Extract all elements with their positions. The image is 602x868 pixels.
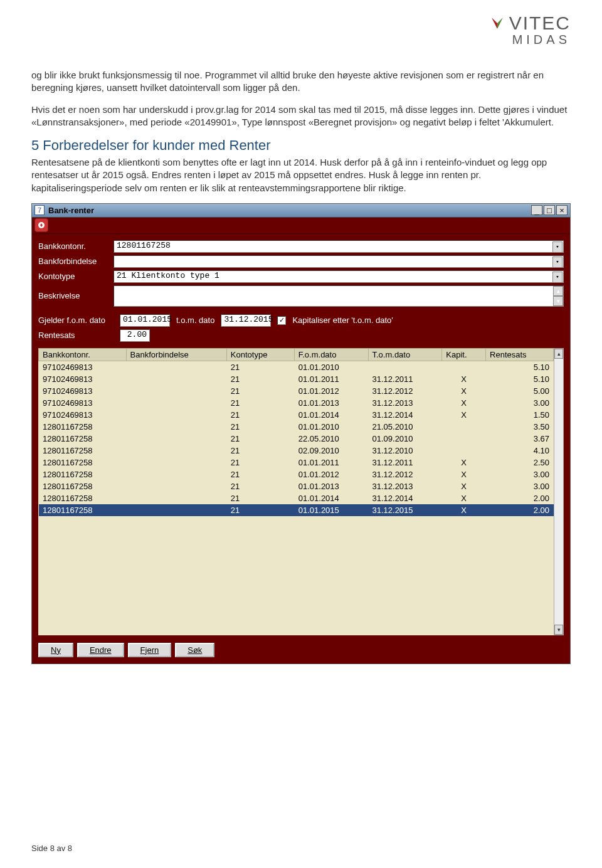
rate-grid[interactable]: Bankkontonr.BankforbindelseKontotypeF.o.… bbox=[38, 348, 554, 516]
label-bankforbindelse: Bankforbindelse bbox=[38, 257, 114, 266]
bankkontonr-select[interactable]: 12801167258 ▾ bbox=[114, 240, 564, 253]
paragraph-3: Rentesatsene på de klientkonti som benyt… bbox=[31, 156, 571, 194]
grid-header[interactable]: F.o.m.dato bbox=[294, 348, 368, 361]
label-tom: t.o.m. dato bbox=[176, 315, 214, 325]
label-fom: Gjelder f.o.m. dato bbox=[38, 315, 114, 325]
grid-header[interactable]: Kapit. bbox=[442, 348, 486, 361]
bank-renter-window: 7 Bank-renter _ □ × Bankkontonr. 1280116… bbox=[31, 203, 571, 664]
ny-button[interactable]: Ny bbox=[38, 643, 73, 657]
grid-header[interactable]: Kontotype bbox=[226, 348, 294, 361]
table-row[interactable]: 971024698132101.01.201231.12.2012X5.00 bbox=[39, 385, 554, 397]
form-area: Bankkontonr. 12801167258 ▾ Bankforbindel… bbox=[32, 234, 570, 348]
fjern-button[interactable]: Fjern bbox=[128, 643, 172, 657]
grid-header[interactable]: Bankforbindelse bbox=[126, 348, 226, 361]
table-row[interactable]: 971024698132101.01.201431.12.2014X1.50 bbox=[39, 409, 554, 421]
table-row[interactable]: 971024698132101.01.201331.12.2013X3.00 bbox=[39, 397, 554, 409]
table-row[interactable]: 128011672582101.01.201231.12.2012X3.00 bbox=[39, 468, 554, 480]
table-row[interactable]: 128011672582101.01.201131.12.2011X2.50 bbox=[39, 457, 554, 468]
chevron-down-icon[interactable]: ▾ bbox=[552, 241, 562, 253]
table-row[interactable]: 128011672582101.01.201021.05.20103.50 bbox=[39, 421, 554, 433]
table-row[interactable]: 128011672582102.09.201031.12.20104.10 bbox=[39, 445, 554, 457]
table-row[interactable]: 128011672582101.01.201331.12.2013X3.00 bbox=[39, 480, 554, 492]
paragraph-1: og blir ikke brukt funksjonsmessig til n… bbox=[31, 69, 571, 95]
scroll-down-icon[interactable]: ▾ bbox=[554, 625, 563, 635]
table-row[interactable]: 128011672582122.05.201001.09.20103.67 bbox=[39, 433, 554, 445]
chevron-down-icon[interactable]: ▾ bbox=[552, 257, 562, 268]
header-logo: VITEC MIDAS bbox=[489, 13, 571, 47]
bankkontonr-value: 12801167258 bbox=[117, 241, 171, 250]
logo-subbrand: MIDAS bbox=[489, 33, 571, 47]
close-button[interactable]: × bbox=[556, 205, 568, 215]
section-heading: 5 Forberedelser for kunder med Renter bbox=[31, 137, 571, 154]
grid-header[interactable]: T.o.m.dato bbox=[368, 348, 442, 361]
grid-wrap: Bankkontonr.BankforbindelseKontotypeF.o.… bbox=[32, 348, 570, 639]
toolbar-strip bbox=[32, 218, 570, 234]
table-row[interactable]: 971024698132101.01.20105.10 bbox=[39, 361, 554, 373]
sok-button[interactable]: Søk bbox=[175, 643, 214, 657]
button-row: Ny Endre Fjern Søk bbox=[32, 639, 570, 664]
window-icon: 7 bbox=[34, 205, 45, 215]
beskrivelse-textarea[interactable]: ▴ ▾ bbox=[114, 285, 564, 307]
table-row[interactable]: 128011672582101.01.201531.12.2015X2.00 bbox=[39, 504, 554, 516]
window-title: Bank-renter bbox=[48, 206, 530, 215]
kontotype-value: 21 Klientkonto type 1 bbox=[117, 271, 219, 280]
tom-date-input[interactable]: 31.12.2015 bbox=[221, 314, 271, 327]
grid-header[interactable]: Bankkontonr. bbox=[39, 348, 127, 361]
label-kapitaliser: Kapitaliser etter 't.o.m. dato' bbox=[292, 315, 393, 325]
endre-button[interactable]: Endre bbox=[77, 643, 124, 657]
label-bankkontonr: Bankkontonr. bbox=[38, 241, 114, 251]
fom-date-input[interactable]: 01.01.2015 bbox=[120, 314, 170, 327]
vitec-logo-icon bbox=[489, 15, 505, 31]
kapitaliser-checkbox[interactable]: ✓ bbox=[277, 316, 286, 325]
label-rentesats: Rentesats bbox=[38, 331, 114, 340]
chevron-down-icon[interactable]: ▾ bbox=[552, 272, 562, 283]
app-toolbar-icon[interactable] bbox=[34, 218, 48, 232]
paragraph-2: Hvis det er noen som har underskudd i pr… bbox=[31, 103, 571, 129]
label-kontotype: Kontotype bbox=[38, 272, 114, 281]
table-row[interactable]: 971024698132101.01.201131.12.2011X5.10 bbox=[39, 373, 554, 385]
scroll-up-icon[interactable]: ▴ bbox=[553, 286, 563, 296]
maximize-button[interactable]: □ bbox=[544, 205, 555, 215]
table-row[interactable]: 128011672582101.01.201431.12.2014X2.00 bbox=[39, 492, 554, 504]
grid-scrollbar[interactable]: ▴ ▾ bbox=[554, 348, 564, 635]
scroll-down-icon[interactable]: ▾ bbox=[553, 296, 563, 306]
rentesats-input[interactable]: 2.00 bbox=[120, 329, 150, 342]
document-content: og blir ikke brukt funksjonsmessig til n… bbox=[31, 69, 571, 664]
grid-header[interactable]: Rentesats bbox=[486, 348, 554, 361]
scroll-up-icon[interactable]: ▴ bbox=[554, 349, 563, 359]
minimize-button[interactable]: _ bbox=[531, 205, 542, 215]
titlebar: 7 Bank-renter _ □ × bbox=[32, 204, 570, 218]
page-footer: Side 8 av 8 bbox=[31, 844, 72, 853]
logo-brand: VITEC bbox=[509, 13, 571, 34]
kontotype-select[interactable]: 21 Klientkonto type 1 ▾ bbox=[114, 270, 564, 283]
label-beskrivelse: Beskrivelse bbox=[38, 291, 114, 300]
bankforbindelse-select[interactable]: ▾ bbox=[114, 255, 564, 268]
grid-empty-space bbox=[38, 516, 554, 635]
